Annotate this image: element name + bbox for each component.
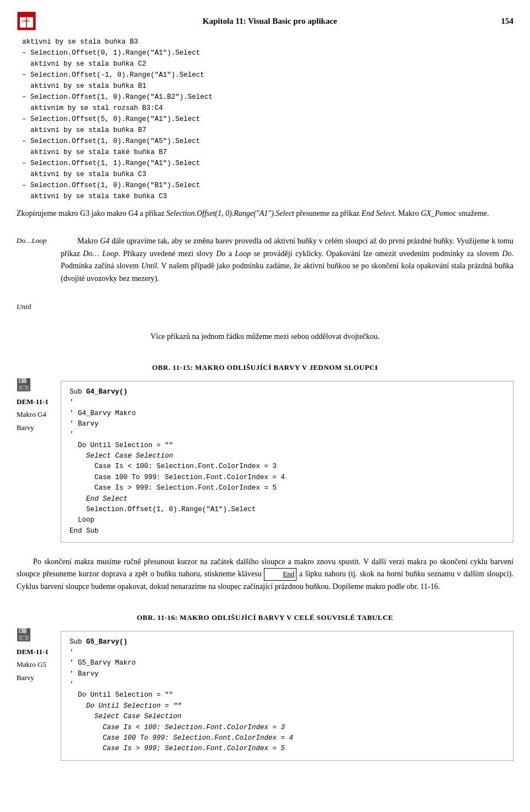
- disk-icon-2: [17, 628, 56, 644]
- figure1-dem: DEM-11-1: [17, 396, 56, 407]
- until-ref: Until: [141, 262, 157, 270]
- paragraph-1: Zkopírujeme makro G3 jako makro G4 a pří…: [17, 208, 513, 220]
- paragraph-4-container: Po skončení makra musíme ručně přesunout…: [0, 550, 530, 603]
- inline-italic-2: End Select: [362, 209, 394, 217]
- paragraph-2: Makro G4 dále upravíme tak, aby se změna…: [61, 235, 513, 285]
- svg-rect-14: [20, 629, 22, 633]
- svg-text:VBA: VBA: [22, 19, 30, 23]
- code-line-1: aktivní by se stala buňka B3: [22, 36, 513, 47]
- code-line-14: – Selection.Offset(1, 0).Range("B1").Sel…: [22, 180, 513, 191]
- do-ref2: Do: [502, 250, 511, 258]
- code-line-3: aktivní by se stala buňka C2: [22, 59, 513, 70]
- figure2-makro: Makro G5: [17, 659, 56, 670]
- figure2-label: OBR. 11-16: MAKRO ODLIŠUJÍCÍ BARVY V CEL…: [17, 613, 513, 622]
- figure2-section: OBR. 11-16: MAKRO ODLIŠUJÍCÍ BARVY V CEL…: [0, 603, 530, 768]
- book-icon: VBA: [17, 11, 36, 31]
- page-header: VBA Kapitola 11: Visual Basic pro aplika…: [0, 11, 530, 36]
- figure1-section: OBR. 11-15: MAKRO ODLIŠUJÍCÍ BARVY V JED…: [0, 353, 530, 550]
- paragraph-1-container: Zkopírujeme makro G3 jako makro G4 a pří…: [0, 202, 530, 230]
- code-line-13: aktivní by se stala buňka C3: [22, 169, 513, 180]
- code-line-9: aktivní by se stala buňka B7: [22, 125, 513, 136]
- code1-content: Sub G4_Barvy() ' ' G4_Barvy Makro ' Barv…: [61, 381, 513, 543]
- figure2-side: DEM-11-1 Makro G5 Barvy: [17, 625, 61, 686]
- code-line-8: – Selection.Offset(5, 0).Range("A1").Sel…: [22, 114, 513, 125]
- figure1-makro: Makro G4: [17, 409, 56, 420]
- code-line-4: – Selection.Offset(-1, 0).Range("A1").Se…: [22, 70, 513, 81]
- chapter-title: Kapitola 11: Visual Basic pro aplikace: [39, 17, 501, 26]
- body-with-margin: Do…Loop Until Makro G4 dále upravíme tak…: [0, 230, 530, 325]
- code1-block: Sub G4_Barvy() ' ' G4_Barvy Makro ' Barv…: [61, 375, 513, 548]
- do-loop-ref: Do… Loop: [83, 250, 118, 258]
- code-line-15: aktivní by se stala také buňka C3: [22, 191, 513, 202]
- code-line-7: aktivním by se stal rozsah B3:C4: [22, 103, 513, 114]
- figure1-barvy: Barvy: [17, 422, 56, 433]
- svg-rect-3: [20, 14, 26, 17]
- paragraph-3: Více příkazů na jednom řádku můžeme mezi…: [17, 331, 513, 343]
- figure1-label: OBR. 11-15: MAKRO ODLIŠUJÍCÍ BARVY V JED…: [17, 363, 513, 372]
- code2-content: Sub G5_Barvy() ' ' G5_Barvy Makro ' Barv…: [61, 631, 513, 761]
- svg-rect-8: [20, 379, 22, 383]
- do-loop-label: Do…Loop: [17, 235, 55, 246]
- page-number: 154: [501, 17, 514, 26]
- code-line-6: – Selection.Offset(1, 0).Range("A1.B2").…: [22, 92, 513, 103]
- code-line-12: – Selection.Offset(1, 1).Range("A1").Sel…: [22, 158, 513, 169]
- main-paragraph-2: Makro G4 dále upravíme tak, aby se změna…: [61, 235, 513, 314]
- left-margin: Do…Loop Until: [17, 235, 61, 314]
- figure2-barvy: Barvy: [17, 672, 56, 683]
- until-label: Until: [17, 301, 55, 312]
- code-line-2: – Selection.Offset(0, 1).Range("A1").Sel…: [22, 47, 513, 59]
- paragraph-4: Po skončení makra musíme ručně přesunout…: [17, 556, 513, 593]
- page: VBA Kapitola 11: Visual Basic pro aplika…: [0, 0, 530, 812]
- inline-italic-1: Selection.Offset(1, 0).Range("A1").Selec…: [166, 209, 294, 217]
- paragraph-3-container: Více příkazů na jednom řádku můžeme mezi…: [0, 325, 530, 353]
- svg-point-11: [23, 388, 24, 389]
- figure1-side: DEM-11-1 Makro G4 Barvy: [17, 375, 61, 436]
- code2-with-side: DEM-11-1 Makro G5 Barvy Sub G5_Barvy() '…: [17, 625, 513, 766]
- end-key: End: [264, 568, 296, 581]
- figure2-dem: DEM-11-1: [17, 646, 56, 657]
- code-line-10: – Selection.Offset(1, 0).Range("A5").Sel…: [22, 136, 513, 147]
- top-code-lines: aktivní by se stala buňka B3 – Selection…: [0, 36, 530, 202]
- code-line-5: aktivní by se stala buňka B1: [22, 81, 513, 92]
- code1-with-side: DEM-11-1 Makro G4 Barvy Sub G4_Barvy() '…: [17, 375, 513, 548]
- g4-ref: G4: [100, 237, 109, 245]
- svg-point-17: [23, 637, 24, 638]
- disk-icon-1: [17, 378, 56, 394]
- svg-rect-4: [26, 14, 33, 17]
- inline-italic-3: GX_Pomoc: [421, 209, 457, 217]
- code-line-11: aktivní by se stala také buňka B7: [22, 147, 513, 158]
- loop-ref: Loop: [235, 250, 251, 258]
- do-ref: Do: [216, 250, 225, 258]
- code2-block: Sub G5_Barvy() ' ' G5_Barvy Makro ' Barv…: [61, 625, 513, 766]
